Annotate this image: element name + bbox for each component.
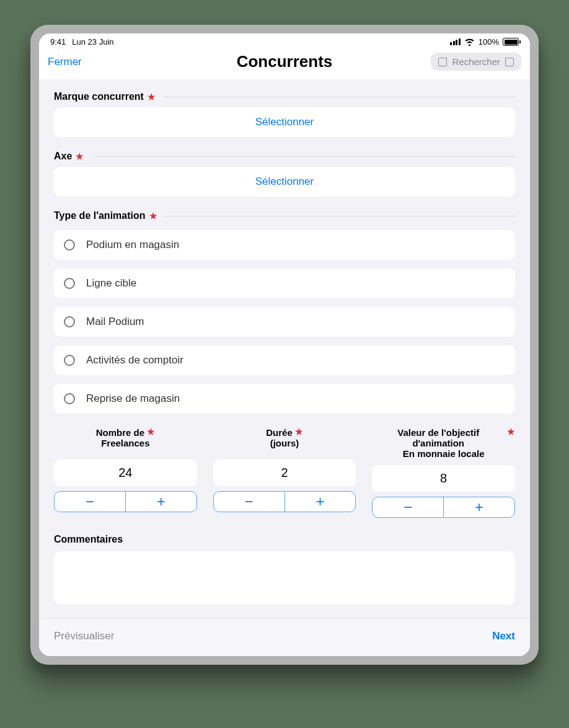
- radio-icon: [64, 316, 75, 327]
- required-star-icon: ★: [76, 152, 84, 161]
- objective-value[interactable]: 8: [372, 465, 515, 492]
- device-frame: 9:41 Lun 23 Juin 100% Fermer Concurrents…: [30, 25, 539, 665]
- close-button[interactable]: Fermer: [48, 56, 82, 68]
- status-time: 9:41: [50, 37, 66, 47]
- signal-icon: [450, 38, 461, 45]
- comments-textarea[interactable]: [54, 551, 515, 605]
- status-date: Lun 23 Juin: [72, 37, 113, 47]
- required-star-icon: ★: [295, 427, 303, 436]
- comments-label: Commentaires: [54, 534, 515, 545]
- screen: 9:41 Lun 23 Juin 100% Fermer Concurrents…: [39, 33, 530, 656]
- animtype-options: Podium en magasin Ligne cible Mail Podiu…: [54, 230, 515, 414]
- footer-bar: Prévisualiser Next: [39, 618, 530, 656]
- objective-label-line2: En monnaie locale: [372, 448, 515, 459]
- animtype-label: Type de l'animation ★: [54, 210, 515, 221]
- duration-label-line2: (jours): [266, 438, 303, 448]
- search-trailing-icon: [505, 58, 514, 66]
- brand-label-text: Marque concurrent: [54, 91, 144, 102]
- search-leading-icon: [438, 58, 447, 66]
- axis-select-button[interactable]: Sélectionner: [54, 167, 515, 197]
- freelances-label-line1: Nombre de: [96, 427, 144, 438]
- duration-label-line1: Durée: [266, 427, 293, 438]
- brand-label: Marque concurrent ★: [54, 91, 515, 102]
- battery-pct: 100%: [479, 37, 499, 47]
- freelances-value[interactable]: 24: [54, 459, 197, 486]
- duration-stepper: − +: [213, 491, 356, 512]
- radio-label: Podium en magasin: [86, 239, 179, 251]
- radio-icon: [64, 239, 75, 251]
- duration-plus-button[interactable]: +: [284, 492, 356, 512]
- status-bar: 9:41 Lun 23 Juin 100%: [39, 33, 530, 48]
- objective-label-line1: Valeur de l'objectif d'animation: [372, 427, 505, 448]
- preview-button[interactable]: Prévisualiser: [54, 630, 114, 642]
- numeric-fields-row: Nombre de ★ Freelances 24 − + Durée: [54, 427, 515, 518]
- required-star-icon: ★: [507, 427, 515, 436]
- radio-icon: [64, 393, 75, 404]
- duration-value[interactable]: 2: [213, 459, 356, 486]
- wifi-icon: [464, 38, 475, 46]
- freelances-label-line2: Freelances: [96, 438, 155, 448]
- duration-field: Durée ★ (jours) 2 − +: [213, 427, 356, 518]
- next-button[interactable]: Next: [492, 630, 515, 642]
- freelances-plus-button[interactable]: +: [125, 492, 196, 512]
- radio-option-reprise-magasin[interactable]: Reprise de magasin: [54, 384, 515, 414]
- duration-minus-button[interactable]: −: [214, 492, 284, 512]
- radio-option-ligne-cible[interactable]: Ligne cible: [54, 269, 515, 298]
- search-placeholder: Rechercher: [452, 56, 500, 67]
- objective-field: Valeur de l'objectif d'animation ★ En mo…: [372, 427, 515, 518]
- radio-label: Reprise de magasin: [86, 393, 180, 405]
- radio-icon: [64, 278, 75, 289]
- nav-bar: Fermer Concurrents Rechercher: [39, 48, 530, 80]
- radio-label: Ligne cible: [86, 277, 136, 290]
- objective-stepper: − +: [372, 497, 515, 518]
- axis-label: Axe ★: [54, 151, 515, 162]
- radio-icon: [64, 355, 75, 366]
- freelances-field: Nombre de ★ Freelances 24 − +: [54, 427, 197, 518]
- required-star-icon: ★: [148, 92, 156, 101]
- animtype-label-text: Type de l'animation: [54, 210, 146, 221]
- radio-label: Mail Podium: [86, 316, 144, 328]
- battery-icon: [503, 38, 519, 46]
- objective-minus-button[interactable]: −: [373, 497, 443, 517]
- radio-option-podium-magasin[interactable]: Podium en magasin: [54, 230, 515, 260]
- form-content: Marque concurrent ★ Sélectionner Axe ★ S…: [39, 80, 530, 618]
- objective-plus-button[interactable]: +: [443, 497, 514, 517]
- radio-option-mail-podium[interactable]: Mail Podium: [54, 307, 515, 337]
- brand-select-button[interactable]: Sélectionner: [54, 107, 515, 137]
- required-star-icon: ★: [147, 427, 155, 436]
- freelances-stepper: − +: [54, 491, 197, 512]
- axis-label-text: Axe: [54, 151, 72, 162]
- search-field[interactable]: Rechercher: [431, 53, 521, 71]
- required-star-icon: ★: [149, 211, 157, 220]
- radio-option-activites-comptoir[interactable]: Activités de comptoir: [54, 345, 515, 375]
- radio-label: Activités de comptoir: [86, 354, 183, 366]
- freelances-minus-button[interactable]: −: [55, 492, 125, 512]
